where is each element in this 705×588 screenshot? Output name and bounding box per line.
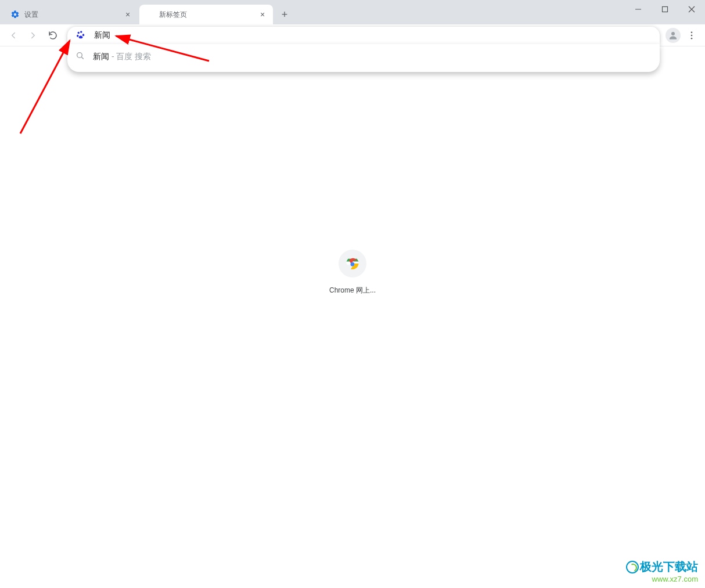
profile-avatar[interactable] xyxy=(666,28,681,43)
search-icon xyxy=(75,51,85,62)
minimize-button[interactable] xyxy=(625,0,652,19)
toolbar-right xyxy=(666,27,700,44)
back-button[interactable] xyxy=(5,27,22,44)
svg-rect-0 xyxy=(635,9,641,10)
svg-point-7 xyxy=(671,32,675,35)
svg-point-2 xyxy=(78,31,80,33)
svg-point-9 xyxy=(691,34,693,36)
kebab-menu-icon[interactable] xyxy=(683,27,700,44)
omnibox-wrapper: 新闻 - 百度 搜索 xyxy=(67,27,660,44)
baidu-paw-icon xyxy=(75,30,86,41)
close-icon[interactable]: × xyxy=(123,10,132,19)
forward-button[interactable] xyxy=(24,27,42,44)
watermark: 极光下载站 www.xz7.com xyxy=(626,559,698,583)
tab-settings[interactable]: 设置 × xyxy=(5,5,138,24)
close-window-button[interactable] xyxy=(678,0,705,19)
close-icon[interactable]: × xyxy=(258,10,267,19)
window-controls xyxy=(625,0,705,19)
suggestion-query: 新闻 xyxy=(93,52,109,61)
svg-point-4 xyxy=(77,34,78,37)
omnibox-input[interactable] xyxy=(94,31,652,40)
svg-point-8 xyxy=(691,31,693,33)
omnibox[interactable] xyxy=(67,27,660,44)
reload-button[interactable] xyxy=(44,27,62,44)
svg-rect-1 xyxy=(663,7,668,12)
tab-newtab[interactable]: 新标签页 × xyxy=(139,5,273,24)
suggestion-item[interactable]: 新闻 - 百度 搜索 xyxy=(67,48,660,66)
svg-point-5 xyxy=(82,34,84,36)
shortcut-label: Chrome 网上... xyxy=(329,286,376,295)
tab-title-settings: 设置 xyxy=(24,10,118,20)
watermark-logo-icon xyxy=(626,561,639,573)
blank-tab-icon xyxy=(145,10,154,19)
watermark-title: 极光下载站 xyxy=(626,559,698,575)
titlebar: 设置 × 新标签页 × + xyxy=(0,0,705,24)
svg-point-10 xyxy=(691,37,693,39)
watermark-url: www.xz7.com xyxy=(626,575,698,583)
tab-title-newtab: 新标签页 xyxy=(159,10,253,20)
suggestion-extra: - 百度 搜索 xyxy=(109,52,151,61)
suggestion-dropdown: 新闻 - 百度 搜索 xyxy=(67,44,660,72)
new-tab-button[interactable]: + xyxy=(276,6,293,23)
svg-point-3 xyxy=(80,31,82,33)
svg-point-11 xyxy=(350,262,354,266)
gear-icon xyxy=(10,10,20,19)
shortcut-tile[interactable]: Chrome 网上... xyxy=(329,250,376,295)
toolbar: 新闻 - 百度 搜索 xyxy=(0,24,705,46)
page-content: Chrome 网上... xyxy=(0,46,705,588)
chrome-store-icon xyxy=(339,250,366,277)
maximize-button[interactable] xyxy=(652,0,678,19)
svg-line-12 xyxy=(20,41,70,134)
